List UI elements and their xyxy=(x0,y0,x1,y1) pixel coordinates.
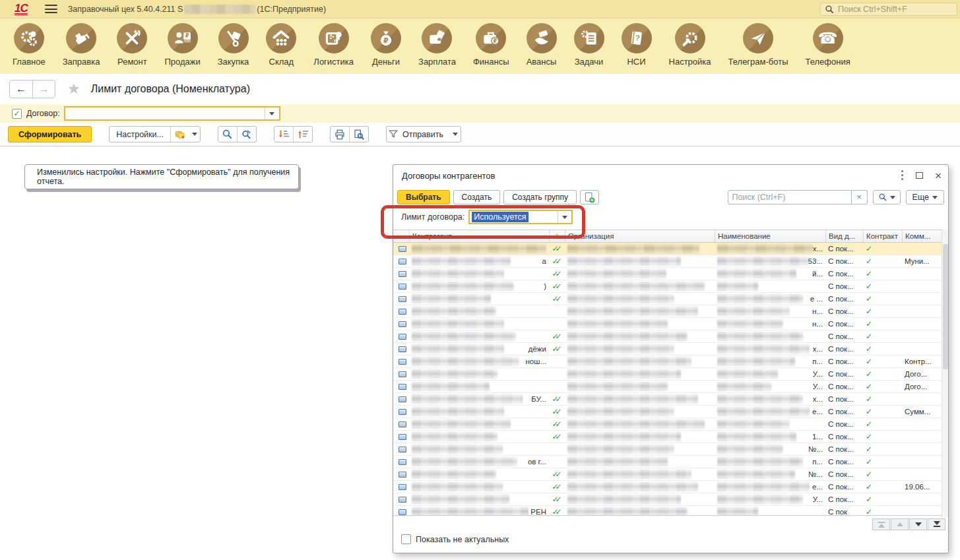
forward-button[interactable]: → xyxy=(32,80,55,98)
dialog-menu-icon[interactable] xyxy=(901,170,904,181)
settings-variants-icon[interactable] xyxy=(171,127,189,142)
maximize-icon[interactable] xyxy=(916,172,923,179)
favorite-star-icon[interactable]: ★ xyxy=(67,80,80,98)
ribbon-item-7[interactable]: ABЛогистика xyxy=(305,23,362,67)
column-comment[interactable]: Комм... xyxy=(902,230,941,242)
contract-filter-combobox[interactable] xyxy=(64,106,280,121)
table-vertical-scrollbar[interactable] xyxy=(942,230,948,517)
contract-item-icon xyxy=(399,434,406,440)
go-previous-button[interactable] xyxy=(891,518,909,530)
contract-filter-value[interactable] xyxy=(65,108,265,119)
ribbon-item-1[interactable]: Главное xyxy=(4,23,54,67)
table-row[interactable]: ✓✓е ...С пок...✓ xyxy=(393,293,948,305)
dialog-search-button[interactable] xyxy=(873,190,901,204)
clear-search-icon[interactable]: × xyxy=(852,190,868,204)
counterparty-cell xyxy=(409,443,549,455)
ribbon-item-6[interactable]: Склад xyxy=(257,23,305,67)
limit-filter-combobox[interactable]: Используется xyxy=(468,210,573,224)
kind-cell: С пок... xyxy=(825,468,863,480)
table-row[interactable]: У...С пок...✓Дого... xyxy=(393,368,948,381)
ribbon-item-3[interactable]: Ремонт xyxy=(108,23,156,67)
table-row[interactable]: У...С пок...✓Дого... xyxy=(393,381,948,393)
column-organization[interactable]: Организация xyxy=(565,230,715,242)
contract-filter-dropdown-button[interactable] xyxy=(265,108,279,119)
comment-cell xyxy=(902,268,941,280)
table-row[interactable]: ✓✓С пок...✓ xyxy=(393,330,948,343)
settings-dropdown-button[interactable] xyxy=(189,127,200,142)
back-button[interactable]: ← xyxy=(10,80,32,98)
table-row[interactable]: ✓✓У...С пок...✓ xyxy=(393,493,948,506)
column-favorites[interactable]: ★ xyxy=(549,230,565,242)
contract-filter-checkbox[interactable]: ✓ xyxy=(12,109,22,119)
send-funnel-icon[interactable] xyxy=(387,127,401,142)
print-preview-icon[interactable] xyxy=(350,127,368,142)
double-check-icon: ✓✓ xyxy=(552,294,561,303)
table-row[interactable]: ✓✓е...С пок...✓19.06... xyxy=(393,481,948,493)
send-dropdown-button[interactable] xyxy=(450,127,461,142)
ribbon-item-12[interactable]: Задачи xyxy=(565,23,613,67)
sort-descending-icon[interactable] xyxy=(274,127,293,142)
counterparty-cell xyxy=(409,406,549,418)
dialog-search-input[interactable]: Поиск (Ctrl+F) xyxy=(728,190,852,204)
ribbon-item-11[interactable]: Авансы xyxy=(518,23,565,67)
generate-button[interactable]: Сформировать xyxy=(8,126,92,142)
ribbon-item-5[interactable]: Закупка xyxy=(209,23,258,67)
find-icon[interactable] xyxy=(218,127,237,142)
table-row[interactable]: дёжи✓✓х...С пок...✓ xyxy=(393,343,948,356)
table-row[interactable]: ✓✓1...С пок...✓ xyxy=(393,431,948,443)
table-row[interactable]: ✓✓й...С пок...✓ xyxy=(393,268,948,280)
more-button[interactable]: Еще xyxy=(906,190,944,204)
table-row[interactable]: н...С пок...✓ xyxy=(393,318,948,330)
sort-ascending-icon[interactable] xyxy=(294,127,312,142)
ribbon-item-10[interactable]: ₽Финансы xyxy=(464,23,518,67)
column-contract[interactable]: Контракт xyxy=(863,230,902,242)
go-first-button[interactable] xyxy=(872,518,890,530)
show-inactive-checkbox[interactable] xyxy=(401,534,411,544)
kind-cell: С пок... xyxy=(825,280,863,292)
column-row-marker[interactable] xyxy=(393,230,409,242)
main-menu-icon[interactable] xyxy=(45,5,57,13)
table-row[interactable]: ов г...п...С пок...✓ xyxy=(393,456,948,468)
settings-button[interactable]: Настройки... xyxy=(110,127,170,142)
settings-changed-notice: Изменились настройки. Нажмите "Сформиров… xyxy=(24,164,299,189)
column-counterparty[interactable]: Контрагент↓ xyxy=(409,230,549,242)
organization-cell xyxy=(565,243,715,255)
table-row[interactable]: )✓✓С пок...✓ xyxy=(393,280,948,293)
contract-cell: ✓ xyxy=(863,406,902,418)
ribbon-item-13[interactable]: ?НСИ xyxy=(613,23,660,67)
scrollbar-thumb[interactable] xyxy=(943,244,948,369)
table-row[interactable]: РЕН✓✓С пок✓ xyxy=(393,506,948,516)
contract-filter-label: Договор: xyxy=(26,109,60,118)
limit-filter-value[interactable]: Используется xyxy=(472,212,528,222)
create-button[interactable]: Создать xyxy=(453,190,501,204)
ribbon-item-8[interactable]: ₽Деньги xyxy=(362,23,410,67)
print-icon[interactable] xyxy=(331,127,349,142)
table-row[interactable]: ✓✓С пок...✓ xyxy=(393,418,948,431)
create-group-button[interactable]: Создать группу xyxy=(503,190,577,204)
close-icon[interactable]: × xyxy=(935,170,942,181)
ribbon-item-9[interactable]: Зарплата xyxy=(410,23,464,67)
create-new-element-icon[interactable] xyxy=(580,190,599,204)
table-row[interactable]: БУ...✓✓х...С пок...✓ xyxy=(393,393,948,406)
go-next-button[interactable] xyxy=(909,518,927,530)
go-last-button[interactable] xyxy=(928,518,945,530)
send-button[interactable]: Отправить xyxy=(401,127,450,142)
table-row[interactable]: ✓✓х...С пок...✓ xyxy=(393,243,948,255)
ribbon-item-16[interactable]: ☎Телефония xyxy=(797,23,859,67)
table-row[interactable]: н...С пок...✓ xyxy=(393,305,948,318)
global-search-input[interactable]: Поиск Ctrl+Shift+F xyxy=(820,3,957,16)
table-row[interactable]: ✓✓е...С пок...✓Сумм... xyxy=(393,406,948,418)
ribbon-item-2[interactable]: Заправка xyxy=(54,23,109,67)
table-row[interactable]: ✓✓№...С пок...✓ xyxy=(393,468,948,481)
table-row[interactable]: №...С пок...✓ xyxy=(393,443,948,456)
select-button[interactable]: Выбрать xyxy=(397,190,450,204)
ribbon-item-14[interactable]: Настройка xyxy=(660,23,720,67)
ribbon-item-15[interactable]: Телеграм-боты xyxy=(720,23,797,67)
ribbon-item-4[interactable]: ₽SALEПродажи xyxy=(156,23,208,67)
column-name[interactable]: Наименование xyxy=(715,230,825,242)
column-kind[interactable]: Вид д... xyxy=(825,230,863,242)
table-row[interactable]: нош...п...С пок...✓Контр... xyxy=(393,356,948,368)
limit-filter-dropdown-button[interactable] xyxy=(558,211,571,223)
table-row[interactable]: а✓✓53...С пок...✓Муни... xyxy=(393,255,948,268)
find-next-icon[interactable] xyxy=(238,127,256,142)
